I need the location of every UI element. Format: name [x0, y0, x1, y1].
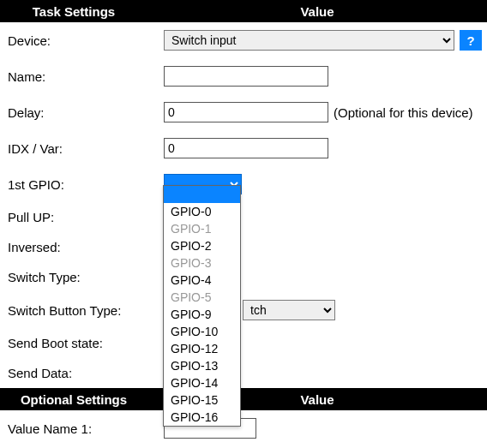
settings-form: Task Settings Value Device: Switch input…	[0, 0, 487, 446]
header-value-label: Value	[147, 4, 487, 19]
row-send-boot: Send Boot state:	[0, 328, 487, 358]
gpio-option[interactable]: GPIO-9	[164, 306, 240, 323]
header-task-settings: Task Settings Value	[0, 0, 487, 22]
gpio-option[interactable]: GPIO-16	[164, 409, 240, 426]
gpio-option[interactable]: GPIO-10	[164, 323, 240, 340]
name-input[interactable]	[164, 66, 328, 87]
idx-label: IDX / Var:	[5, 141, 164, 156]
inversed-label: Inversed:	[5, 240, 164, 254]
gpio-option[interactable]: GPIO-14	[164, 374, 240, 391]
gpio-option[interactable]: GPIO-12	[164, 340, 240, 357]
switch-button-type-select[interactable]: tch	[243, 300, 335, 320]
row-send-data: Send Data:	[0, 358, 487, 388]
row-device: Device: Switch input ?	[0, 22, 487, 58]
device-select[interactable]: Switch input	[164, 30, 454, 51]
value-name1-label: Value Name 1:	[5, 421, 164, 436]
gpio-option[interactable]: GPIO-15	[164, 391, 240, 409]
gpio-option[interactable]: GPIO-4	[164, 272, 240, 289]
row-pullup: Pull UP:	[0, 202, 487, 232]
row-delay: Delay: (Optional for this device)	[0, 94, 487, 130]
gpio-option[interactable]: GPIO-0	[164, 203, 240, 220]
switch-button-type-label: Switch Button Type:	[5, 303, 164, 318]
gpio-option[interactable]	[164, 186, 240, 203]
gpio-option: GPIO-5	[164, 289, 240, 306]
header-task-settings-label: Task Settings	[0, 4, 147, 19]
delay-note: (Optional for this device)	[334, 105, 473, 120]
row-idx: IDX / Var:	[0, 130, 487, 166]
name-label: Name:	[5, 69, 164, 84]
switch-type-label: Switch Type:	[5, 270, 164, 284]
row-inversed: Inversed:	[0, 232, 487, 262]
header-optional-settings: Optional Settings Value	[0, 388, 487, 410]
header-optional-settings-label: Optional Settings	[0, 392, 147, 407]
idx-input[interactable]	[164, 138, 328, 158]
gpio-dropdown-list[interactable]: GPIO-0GPIO-1GPIO-2GPIO-3GPIO-4GPIO-5GPIO…	[163, 185, 241, 427]
row-gpio1: 1st GPIO:	[0, 166, 487, 202]
gpio-option[interactable]: GPIO-13	[164, 357, 240, 374]
row-switch-type: Switch Type:	[0, 262, 487, 292]
row-name: Name:	[0, 58, 487, 94]
device-label: Device:	[5, 33, 164, 48]
pullup-label: Pull UP:	[5, 210, 164, 224]
row-value-name1: Value Name 1:	[0, 410, 487, 446]
help-button[interactable]: ?	[460, 30, 482, 51]
send-data-label: Send Data:	[5, 366, 164, 380]
send-boot-label: Send Boot state:	[5, 336, 164, 350]
gpio-option[interactable]: GPIO-2	[164, 237, 240, 254]
gpio-option: GPIO-3	[164, 254, 240, 272]
row-switch-button-type: Switch Button Type: tch	[0, 292, 487, 328]
gpio-option: GPIO-1	[164, 220, 240, 237]
gpio1-label: 1st GPIO:	[5, 177, 164, 192]
delay-input[interactable]	[164, 102, 328, 122]
delay-label: Delay:	[5, 105, 164, 120]
